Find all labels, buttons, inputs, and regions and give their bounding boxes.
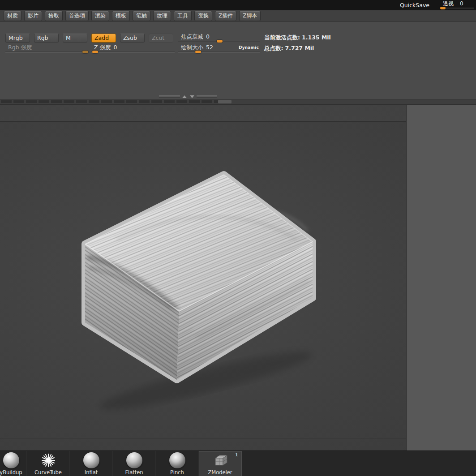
sphere-icon: [83, 452, 99, 468]
divider-line: [197, 95, 218, 98]
menu-stencil[interactable]: 模板: [112, 11, 130, 21]
shelf-collapse-control[interactable]: [159, 94, 217, 99]
z-intensity-handle[interactable]: [92, 51, 98, 53]
z-intensity-value: 0: [114, 44, 117, 51]
draw-size-handle[interactable]: [195, 51, 201, 53]
perspective-slider-track[interactable]: [440, 8, 474, 9]
perspective-control[interactable]: 透视 0: [440, 1, 474, 10]
menu-zscript[interactable]: Z脚本: [239, 11, 261, 21]
brush-label: CurveTube: [34, 469, 62, 476]
collapse-down-icon[interactable]: [190, 95, 194, 98]
menu-transform[interactable]: 变换: [194, 11, 212, 21]
draw-size-slider[interactable]: 绘制大小 52 Dynamic: [178, 44, 260, 54]
brush-pinch[interactable]: Pinch: [156, 451, 199, 476]
brush-tray: yBuildup Curve: [0, 450, 476, 476]
menu-picker[interactable]: 拾取: [45, 11, 63, 21]
paint-mode-buttons: Mrgb Rgb M Zadd Zsub Zcut: [5, 34, 173, 43]
m-button[interactable]: M: [63, 34, 87, 43]
rgb-intensity-label: Rgb 强度: [8, 44, 32, 51]
pinch-sphere-icon: [169, 452, 185, 468]
dynamic-mode-tag[interactable]: Dynamic: [239, 45, 259, 50]
menu-zplugin[interactable]: Z插件: [215, 11, 236, 21]
top-shelf: Mrgb Rgb M Zadd Zsub Zcut 焦点衰减 0 绘制大小 52…: [0, 22, 476, 105]
focal-shift-label: 焦点衰减: [181, 34, 203, 40]
flat-sphere-icon: [126, 452, 142, 468]
menu-preferences[interactable]: 首选项: [65, 11, 89, 21]
zbrush-window: QuickSave 透视 0 材质 影片 拾取 首选项 渲染 模板 笔触 纹理 …: [0, 0, 476, 476]
divider-line: [159, 95, 180, 98]
zcut-button[interactable]: Zcut: [149, 34, 173, 43]
brush-zmodeler[interactable]: 1 ZModeler: [199, 451, 242, 476]
point-stats: 当前激活点数:1.135 Mil 总点数:7.727 Mil: [264, 34, 333, 56]
draw-size-value: 52: [206, 44, 213, 51]
brush-label: Flatten: [125, 469, 143, 476]
starburst-icon: [40, 452, 56, 468]
perspective-value: 0: [460, 1, 463, 7]
perspective-slider-handle[interactable]: [440, 7, 446, 9]
rgb-intensity-slider[interactable]: Rgb 强度: [5, 44, 88, 54]
menu-movie[interactable]: 影片: [24, 11, 42, 21]
document-canvas[interactable]: [0, 105, 406, 451]
focal-shift-slider[interactable]: 焦点衰减 0: [178, 34, 260, 43]
brush-label: Pinch: [170, 469, 184, 476]
active-points-stat: 当前激活点数:1.135 Mil: [264, 34, 333, 45]
brush-inflat[interactable]: Inflat: [70, 451, 113, 476]
zadd-button[interactable]: Zadd: [91, 34, 116, 43]
brush-flatten[interactable]: Flatten: [113, 451, 156, 476]
perspective-label: 透视: [443, 1, 454, 7]
brush-label: yBuildup: [0, 469, 22, 476]
brush-label: Inflat: [85, 469, 98, 476]
brush-label: ZModeler: [208, 469, 232, 476]
collapse-up-icon[interactable]: [182, 95, 187, 98]
cube-icon: [212, 452, 228, 468]
fuzzy-sphere-icon: [3, 452, 19, 468]
z-intensity-label: Z 强度: [94, 44, 111, 51]
total-points-stat: 总点数:7.727 Mil: [264, 45, 333, 56]
menu-bar: 材质 影片 拾取 首选项 渲染 模板 笔触 纹理 工具 变换 Z插件 Z脚本: [0, 10, 476, 22]
brush-hotkey-badge: 1: [235, 452, 238, 458]
mrgb-button[interactable]: Mrgb: [5, 34, 30, 43]
right-tray-panel: [406, 105, 476, 450]
zsub-button[interactable]: Zsub: [120, 34, 145, 43]
z-intensity-slider[interactable]: Z 强度 0: [91, 44, 175, 54]
menu-stroke[interactable]: 笔触: [133, 11, 150, 21]
menu-tool[interactable]: 工具: [174, 11, 192, 21]
title-bar: QuickSave 透视 0: [0, 0, 476, 11]
rgb-button[interactable]: Rgb: [34, 34, 59, 43]
focal-shift-handle[interactable]: [217, 40, 223, 43]
sculpted-wood-block-model[interactable]: [0, 105, 406, 451]
brush-curvetube[interactable]: CurveTube: [27, 451, 70, 476]
shelf-scrollbar[interactable]: [0, 99, 476, 105]
brush-claybuildup[interactable]: yBuildup: [0, 451, 27, 476]
menu-render[interactable]: 渲染: [91, 11, 109, 21]
menu-texture[interactable]: 纹理: [153, 11, 171, 21]
scrollbar-handle[interactable]: [218, 100, 232, 103]
rgb-intensity-handle[interactable]: [82, 51, 88, 53]
quicksave-button[interactable]: QuickSave: [400, 2, 429, 9]
draw-size-label: 绘制大小: [181, 44, 203, 51]
scrollbar-notches: [1, 100, 218, 103]
menu-material[interactable]: 材质: [4, 11, 21, 21]
focal-shift-value: 0: [206, 34, 210, 40]
